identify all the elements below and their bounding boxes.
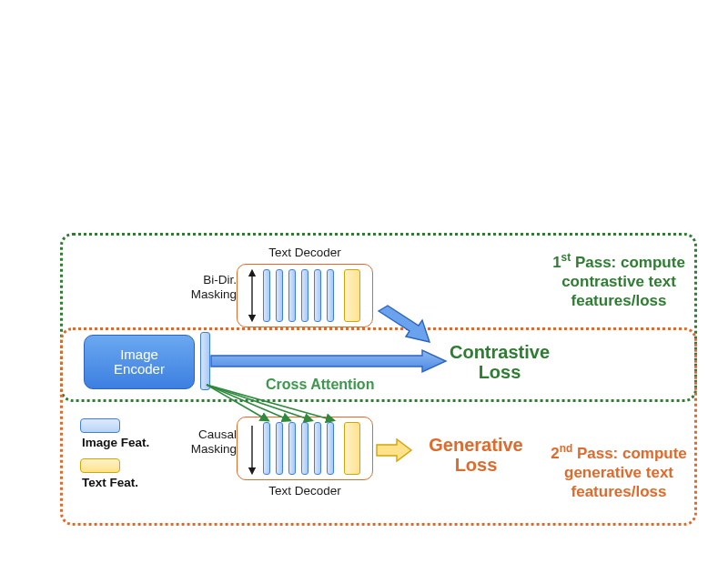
- decoder-bottom-text-feat: [344, 422, 360, 475]
- text-decoder-bottom-caption: Text Decoder: [237, 484, 373, 498]
- legend-image-feat-swatch: [80, 418, 120, 433]
- legend-image-feat-label: Image Feat.: [82, 436, 149, 449]
- decoder-bottom-token: [288, 422, 296, 475]
- svg-marker-4: [377, 439, 411, 461]
- decoder-top-token: [263, 269, 270, 322]
- decoder-to-generative-arrow-icon: [377, 438, 413, 462]
- pass1-caption: 1st Pass: computecontrastive textfeature…: [546, 251, 692, 310]
- decoder-to-contrastive-arrow-icon: [377, 306, 433, 349]
- image-encoder-label: Image Encoder: [114, 347, 165, 377]
- decoder-bottom-token: [276, 422, 283, 475]
- bidir-arrow-icon: [246, 269, 258, 322]
- encoder-to-contrastive-arrow-icon: [211, 347, 448, 375]
- legend-text-feat-swatch: [80, 458, 120, 473]
- causal-masking-label: Causal Masking: [184, 427, 237, 456]
- pass2-caption: 2nd Pass: computegenerative textfeatures…: [542, 442, 695, 501]
- decoder-bottom-token: [314, 422, 321, 475]
- decoder-bottom-token: [301, 422, 308, 475]
- decoder-top-token: [327, 269, 334, 322]
- decoder-top-text-feat: [344, 269, 360, 322]
- decoder-bottom-token: [327, 422, 334, 475]
- decoder-top-token: [276, 269, 283, 322]
- decoder-bottom-token: [263, 422, 270, 475]
- generative-loss-label: Generative Loss: [417, 435, 535, 475]
- svg-marker-3: [379, 306, 430, 342]
- legend-text-feat-label: Text Feat.: [82, 476, 138, 489]
- decoder-top-token: [314, 269, 321, 322]
- image-encoder-block: Image Encoder: [84, 335, 195, 389]
- bidir-masking-label: Bi-Dir. Masking: [187, 273, 237, 301]
- cross-attention-label: Cross Attention: [266, 377, 374, 393]
- causal-arrow-icon: [246, 422, 258, 475]
- text-decoder-top-caption: Text Decoder: [237, 246, 373, 260]
- contrastive-loss-label: Contrastive Loss: [440, 342, 559, 382]
- decoder-top-token: [288, 269, 296, 322]
- decoder-top-token: [301, 269, 308, 322]
- diagram-stage: Image Encoder Text Decoder Bi-Dir. Maski…: [0, 0, 728, 573]
- svg-marker-2: [211, 350, 446, 372]
